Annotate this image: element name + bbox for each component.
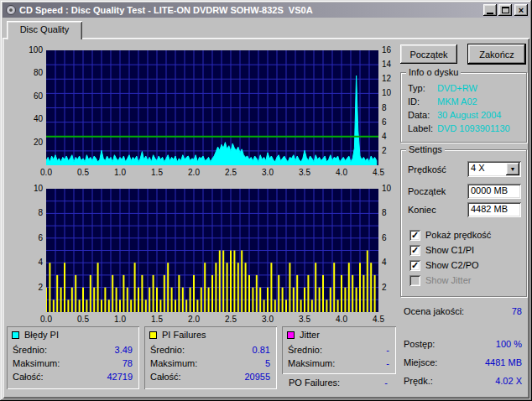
axis-tick-label: 0.5 bbox=[74, 315, 92, 325]
axis-tick-label: 6 bbox=[14, 233, 43, 243]
axis-tick-label: 8 bbox=[382, 103, 400, 113]
progress-label: Postęp: bbox=[404, 339, 435, 349]
stat-row: Całość: 20955 bbox=[150, 372, 270, 382]
tab-label: Disc Quality bbox=[20, 24, 70, 34]
axis-tick-label: 12 bbox=[382, 74, 400, 84]
checkbox-box[interactable]: ✓ bbox=[409, 260, 420, 271]
jitter-stats-header: Jitter bbox=[287, 330, 320, 340]
axis-tick-label: 2.5 bbox=[222, 168, 240, 178]
check-icon: ✓ bbox=[411, 261, 419, 270]
axis-tick-label: 4.5 bbox=[369, 315, 388, 325]
minimize-button[interactable] bbox=[483, 4, 497, 16]
axis-tick-label: 0.0 bbox=[37, 168, 55, 178]
stat-row: Maksimum: - bbox=[288, 358, 389, 368]
axis-tick-label: 2.0 bbox=[185, 168, 203, 178]
axis-tick-label: 14 bbox=[382, 60, 400, 70]
stop-button[interactable]: Zakończ bbox=[468, 44, 525, 64]
stat-label: Średnio: bbox=[150, 345, 185, 355]
axis-tick-label: 10 bbox=[382, 184, 400, 194]
jitter-stats-title: Jitter bbox=[300, 330, 320, 340]
speed-label: Prędkość bbox=[408, 164, 446, 174]
maximize-icon bbox=[502, 7, 509, 13]
checkbox-show-jitter[interactable]: Show Jitter bbox=[409, 274, 471, 286]
progress-value: 100 % bbox=[496, 339, 522, 349]
disc-id-value: MKM A02 bbox=[437, 96, 477, 107]
start-position-field[interactable]: 0000 MB bbox=[467, 184, 521, 199]
minimize-icon bbox=[487, 13, 493, 14]
axis-tick-label: 2 bbox=[14, 283, 43, 293]
stat-label: Średnio: bbox=[13, 345, 47, 355]
start-button[interactable]: Początek bbox=[400, 44, 457, 64]
axis-tick-label: 4.0 bbox=[332, 315, 351, 325]
speed-row: Prędk.: 4.02 X bbox=[404, 376, 522, 386]
stat-value: 5 bbox=[265, 358, 270, 368]
titlebar[interactable]: CD Speed : Disc Quality Test - LITE-ON D… bbox=[3, 3, 529, 18]
pi-failures-stats-title: PI Failures bbox=[162, 330, 206, 340]
axis-tick-label: 6 bbox=[382, 117, 400, 128]
axis-tick-label: 4.0 bbox=[332, 168, 351, 178]
checkbox-label: Show Jitter bbox=[425, 275, 471, 285]
axis-tick-label: 3.0 bbox=[258, 168, 277, 178]
axis-tick-label: 1.5 bbox=[148, 315, 166, 325]
disc-label-label: Label: bbox=[408, 123, 433, 133]
progress-row: Postęp: 100 % bbox=[404, 339, 522, 349]
checkbox-show-speed[interactable]: ✓ Pokaż prędkość bbox=[409, 229, 491, 241]
stat-row: Średnio: 3.49 bbox=[13, 345, 133, 355]
checkbox-show-c2po[interactable]: ✓ Show C2/PO bbox=[409, 259, 479, 271]
disc-date-value: 30 August 2004 bbox=[437, 110, 501, 120]
axis-tick-label: 4.5 bbox=[369, 168, 388, 178]
pi-failures-stats-box: PI Failures Średnio: 0.81 Maksimum: 5 Ca… bbox=[144, 326, 277, 389]
check-icon: ✓ bbox=[411, 246, 419, 255]
pi-errors-legend-chip bbox=[12, 331, 19, 339]
stat-label: Maksimum: bbox=[13, 358, 60, 368]
axis-tick-label: 4 bbox=[382, 258, 400, 268]
checkbox-label: Pokaż prędkość bbox=[425, 230, 491, 240]
end-position-field[interactable]: 4482 MB bbox=[467, 202, 521, 217]
pi-errors-chart bbox=[46, 50, 378, 165]
checkbox-label: Show C1/PI bbox=[425, 245, 474, 255]
axis-tick-label: 60 bbox=[14, 91, 43, 102]
po-failures-row: PO Failures: - bbox=[289, 378, 388, 388]
axis-tick-label: 20 bbox=[14, 138, 43, 148]
checkbox-box[interactable] bbox=[409, 275, 420, 286]
pi-errors-stats-title: Błędy PI bbox=[24, 330, 59, 340]
axis-tick-label: 8 bbox=[382, 208, 400, 218]
pi-errors-stats-box: Błędy PI Średnio: 3.49 Maksimum: 78 Cało… bbox=[7, 326, 139, 389]
checkbox-show-c1pi[interactable]: ✓ Show C1/PI bbox=[409, 244, 474, 256]
axis-tick-label: 2.5 bbox=[222, 315, 240, 325]
close-button[interactable]: × bbox=[514, 4, 528, 16]
speed-select[interactable]: 4 X ▼ bbox=[467, 161, 521, 177]
stat-value: - bbox=[386, 358, 389, 368]
speed-select-value: 4 X bbox=[471, 163, 485, 173]
stat-value: - bbox=[386, 345, 389, 355]
quality-score-row: Ocena jakości: 78 bbox=[404, 306, 522, 316]
disc-type-label: Typ: bbox=[408, 83, 425, 93]
stat-label: Średnio: bbox=[288, 345, 322, 355]
axis-tick-label: 40 bbox=[14, 114, 43, 124]
axis-tick-label: 3.0 bbox=[258, 315, 277, 325]
axis-tick-label: 80 bbox=[14, 68, 43, 78]
axis-tick-label: 16 bbox=[382, 45, 400, 55]
stop-button-label: Zakończ bbox=[479, 49, 514, 60]
axis-tick-label: 2 bbox=[382, 146, 400, 156]
chevron-down-icon[interactable]: ▼ bbox=[506, 163, 519, 175]
stat-row: Maksimum: 5 bbox=[150, 358, 270, 368]
position-row: Miejsce: 4481 MB bbox=[404, 357, 522, 367]
maximize-button[interactable] bbox=[498, 4, 512, 16]
checkbox-box[interactable]: ✓ bbox=[409, 230, 420, 241]
tab-disc-quality[interactable]: Disc Quality bbox=[7, 21, 82, 39]
disc-id-label: ID: bbox=[408, 96, 420, 107]
settings-group-title: Settings bbox=[406, 144, 445, 154]
window-title: CD Speed : Disc Quality Test - LITE-ON D… bbox=[19, 5, 482, 15]
axis-tick-label: 4 bbox=[14, 258, 43, 268]
axis-tick-label: 10 bbox=[14, 184, 43, 194]
app-icon bbox=[6, 5, 16, 15]
position-value: 4481 MB bbox=[485, 357, 522, 367]
quality-score-value: 78 bbox=[512, 306, 522, 316]
stat-value: 3.49 bbox=[115, 345, 133, 355]
checkbox-box[interactable]: ✓ bbox=[409, 245, 420, 256]
stat-row: Średnio: 0.81 bbox=[150, 345, 270, 355]
speed-row-label: Prędk.: bbox=[404, 376, 433, 386]
disc-info-group-title: Info o dysku bbox=[406, 67, 461, 77]
stat-row: Maksimum: 78 bbox=[13, 358, 133, 368]
